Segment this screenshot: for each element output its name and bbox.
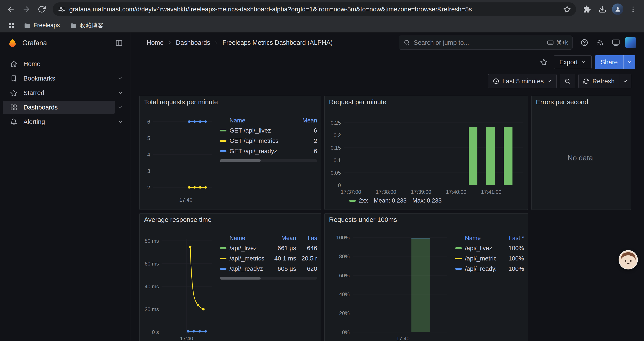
panel-title[interactable]: Average response time bbox=[144, 216, 212, 223]
apps-grid-icon[interactable] bbox=[6, 20, 17, 31]
arrow-right-icon bbox=[22, 5, 30, 14]
svg-text:20 ms: 20 ms bbox=[145, 306, 159, 312]
search-input[interactable] bbox=[414, 39, 544, 46]
share-button[interactable]: Share bbox=[595, 55, 624, 69]
breadcrumb: Home Dashboards Freeleaps Metrics Dashbo… bbox=[147, 39, 333, 46]
breadcrumb-home[interactable]: Home bbox=[147, 39, 164, 46]
zoom-out-button[interactable] bbox=[560, 74, 576, 88]
legend-hscrollbar-thumb[interactable] bbox=[220, 159, 260, 162]
export-button[interactable]: Export bbox=[554, 55, 592, 69]
legend-table: Name Mean GET /api/_livez 6 GET /api/_me… bbox=[220, 108, 317, 208]
svg-text:0.25: 0.25 bbox=[330, 120, 341, 126]
svg-text:0.05: 0.05 bbox=[330, 170, 341, 176]
legend-header-mean[interactable]: Mean bbox=[289, 117, 317, 124]
legend-header-mean[interactable]: Mean bbox=[266, 235, 296, 242]
time-range-picker[interactable]: Last 5 minutes bbox=[488, 74, 557, 88]
sidebar-nav: Home Bookmarks Starred Dashboards Alerti… bbox=[0, 54, 130, 129]
search-bar[interactable]: ⌘+k bbox=[399, 36, 572, 50]
assistant-avatar[interactable] bbox=[618, 250, 638, 269]
sidebar-item-alerting[interactable]: Alerting bbox=[0, 115, 130, 129]
chevron-down-icon[interactable] bbox=[118, 119, 123, 125]
sidebar-item-bookmarks[interactable]: Bookmarks bbox=[0, 71, 130, 86]
user-avatar[interactable] bbox=[625, 37, 636, 48]
url-bar[interactable] bbox=[52, 3, 576, 16]
site-info-icon[interactable] bbox=[58, 6, 65, 13]
back-button[interactable] bbox=[4, 2, 18, 16]
bookmark-star-icon[interactable] bbox=[563, 6, 571, 13]
panel-title[interactable]: Total requests per minute bbox=[144, 98, 218, 106]
under-100ms-chart[interactable]: 100% 80% 60% 40% 20% 0% 17:40 bbox=[326, 231, 449, 341]
series-last: 100% bbox=[496, 265, 524, 272]
favorite-star-icon[interactable] bbox=[537, 56, 550, 69]
total-requests-chart[interactable]: 6 5 4 3 2 17:40 bbox=[142, 114, 214, 204]
series-last: 20.5 r bbox=[296, 255, 317, 262]
help-icon[interactable] bbox=[578, 36, 591, 49]
panel-title[interactable]: Errors per second bbox=[536, 98, 588, 106]
svg-text:17:39:00: 17:39:00 bbox=[411, 189, 431, 195]
reload-button[interactable] bbox=[35, 2, 49, 16]
legend-header-name[interactable]: Name bbox=[220, 235, 266, 242]
downloads-icon[interactable] bbox=[595, 2, 609, 16]
sidebar-collapse-icon[interactable] bbox=[115, 39, 123, 47]
request-per-minute-chart[interactable]: 0.25 0.2 0.15 0.1 0.05 0 17:37:00 17:38:… bbox=[328, 114, 524, 195]
average-response-chart[interactable]: 80 ms 60 ms 40 ms 20 ms 0 s 17:40 bbox=[142, 231, 214, 341]
series-name: /api/_livez bbox=[465, 245, 492, 252]
dashboards-grid-icon bbox=[10, 104, 18, 111]
legend-row[interactable]: GET /api/_metrics 2 bbox=[220, 136, 317, 146]
chevron-right-icon bbox=[214, 40, 219, 45]
series-color-swatch bbox=[455, 247, 462, 249]
sidebar-item-dashboards[interactable]: Dashboards bbox=[0, 100, 130, 115]
series-mean: 661 µs bbox=[266, 245, 296, 252]
legend-row[interactable]: /api/_readyz 605 µs 620 bbox=[220, 263, 317, 274]
legend-row[interactable]: /api/_readyz 100% bbox=[455, 263, 524, 274]
brand-title: Grafana bbox=[22, 39, 110, 47]
legend-header-name[interactable]: Name bbox=[220, 117, 289, 124]
legend-row[interactable]: GET /api/_readyz 6 bbox=[220, 146, 317, 156]
legend-hscrollbar[interactable] bbox=[220, 277, 317, 279]
bookmark-label: Freeleaps bbox=[34, 22, 60, 29]
legend-row[interactable]: GET /api/_livez 6 bbox=[220, 125, 317, 136]
sidebar-item-label: Dashboards bbox=[24, 104, 58, 111]
browser-menu-icon[interactable] bbox=[626, 2, 640, 16]
chevron-down-icon[interactable] bbox=[118, 90, 123, 96]
sidebar-item-starred[interactable]: Starred bbox=[0, 86, 130, 100]
chevron-down-icon[interactable] bbox=[118, 104, 123, 110]
sidebar: Grafana Home Bookmarks Starred D bbox=[0, 33, 130, 341]
legend-hscrollbar[interactable] bbox=[220, 159, 317, 162]
legend-item-2xx[interactable]: 2xx bbox=[349, 197, 368, 204]
legend-row[interactable]: /api/_livez 100% bbox=[455, 243, 524, 253]
share-menu-caret[interactable] bbox=[624, 55, 635, 69]
url-input[interactable] bbox=[69, 6, 560, 13]
series-color-swatch bbox=[220, 150, 226, 152]
legend-header-last[interactable]: Las bbox=[296, 235, 317, 242]
profile-avatar[interactable] bbox=[611, 2, 625, 16]
chevron-down-icon[interactable] bbox=[118, 76, 123, 81]
legend-row[interactable]: /api/_livez 661 µs 646 bbox=[220, 243, 317, 253]
series-color-swatch bbox=[455, 258, 462, 259]
bookmark-folder-blogs[interactable]: 收藏博客 bbox=[66, 20, 107, 31]
svg-text:20%: 20% bbox=[339, 310, 350, 316]
sidebar-item-home[interactable]: Home bbox=[0, 57, 130, 71]
news-rss-icon[interactable] bbox=[594, 36, 607, 49]
svg-text:17:41:00: 17:41:00 bbox=[481, 189, 501, 195]
panel-title[interactable]: Requests under 100ms bbox=[329, 216, 397, 223]
legend-header-name[interactable]: Name bbox=[455, 235, 496, 242]
legend-hscrollbar-thumb[interactable] bbox=[220, 277, 260, 279]
forward-button[interactable] bbox=[19, 2, 33, 16]
svg-text:17:40: 17:40 bbox=[396, 335, 410, 341]
refresh-button[interactable]: Refresh bbox=[578, 74, 619, 88]
legend-row[interactable]: /api/_metrics 40.1 ms 20.5 r bbox=[220, 253, 317, 263]
extensions-icon[interactable] bbox=[580, 2, 594, 16]
panel-total-requests: Total requests per minute 6 5 4 3 2 bbox=[140, 96, 321, 210]
breadcrumb-dashboards[interactable]: Dashboards bbox=[176, 39, 210, 46]
svg-text:0 s: 0 s bbox=[152, 329, 159, 335]
monitor-icon[interactable] bbox=[609, 36, 622, 49]
legend-header-last[interactable]: Last * bbox=[496, 235, 524, 242]
bookmark-label: 收藏博客 bbox=[80, 22, 104, 30]
search-shortcut: ⌘+k bbox=[547, 39, 568, 46]
refresh-interval-caret[interactable] bbox=[619, 74, 631, 88]
legend-row[interactable]: /api/_metrics 100% bbox=[455, 253, 524, 263]
series-last: 646 bbox=[296, 245, 317, 252]
bookmark-folder-freeleaps[interactable]: Freeleaps bbox=[20, 21, 63, 30]
panel-title[interactable]: Request per minute bbox=[329, 98, 386, 106]
